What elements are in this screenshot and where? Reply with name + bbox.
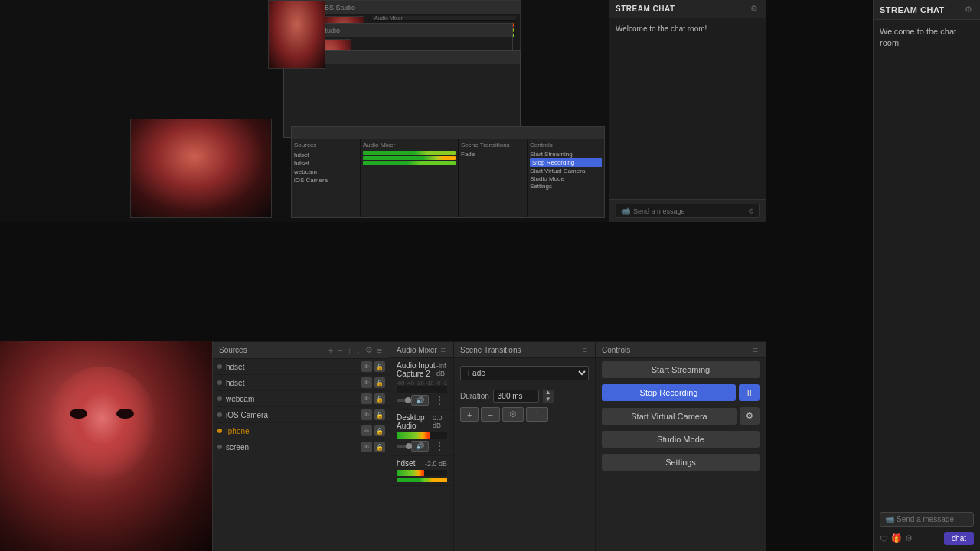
audio-controls-1: 🔊 ⋮ [397, 394, 447, 406]
audio-track-1-header: Audio Input Capture 2 -inf dB [397, 361, 447, 378]
mute-btn-1[interactable]: 🔊 [411, 395, 429, 406]
source-lock-1[interactable]: 🔒 [374, 361, 385, 372]
audio-controls-2: 🔊 ⋮ [397, 440, 447, 452]
virtual-camera-settings-btn[interactable]: ⚙ [740, 407, 760, 425]
source-eye-2[interactable]: 👁 [361, 377, 372, 388]
obs-titlebar-2: OBS Studio [299, 24, 512, 37]
audio-track-1: Audio Input Capture 2 -inf dB -60 -40 -2… [390, 358, 453, 410]
source-eye-4[interactable]: 👁 [361, 409, 372, 420]
send-message-input[interactable] [897, 515, 980, 523]
source-name-3: webcam [226, 395, 254, 403]
obs-mini-src-4: iOS Camera [294, 176, 358, 184]
vol-slider-2[interactable] [397, 445, 408, 448]
stream-chat-header-settings-btn[interactable]: ⚙ [963, 5, 974, 15]
source-lock-2[interactable]: 🔒 [374, 377, 385, 388]
scale-40: -40 [407, 380, 414, 386]
source-item-4[interactable]: iOS Camera 👁 🔒 [213, 407, 390, 423]
source-eye-6[interactable]: 👁 [361, 442, 372, 452]
meter-scale-1: -60 -40 -20 -10 -5 -1 [397, 380, 447, 386]
source-eye-1[interactable]: 👁 [361, 361, 372, 372]
stop-recording-btn[interactable]: Stop Recording [602, 384, 736, 401]
transition-menu-btn[interactable]: ⋮ [526, 407, 548, 422]
audio-track-2-name: Desktop Audio [397, 413, 433, 430]
stream-chat-welcome: Welcome to the chat room! [609, 18, 766, 39]
source-item-1[interactable]: hdset 👁 🔒 [213, 359, 390, 375]
settings-btn[interactable]: Settings [602, 454, 760, 471]
transition-remove-btn[interactable]: − [481, 407, 499, 422]
obs-mini-settings: Settings [530, 183, 602, 190]
source-item-2[interactable]: hdset 👁 🔒 [213, 375, 390, 391]
vol-thumb-2[interactable] [406, 443, 412, 449]
track-menu-1[interactable]: ⋮ [432, 394, 447, 406]
source-lock-3[interactable]: 🔒 [374, 393, 385, 404]
sources-column: Sources + − ↑ ↓ ⚙ ≡ h [213, 342, 390, 551]
transition-settings-btn[interactable]: ⚙ [502, 407, 524, 422]
mute-btn-2[interactable]: 🔊 [411, 441, 429, 452]
eye-left [70, 409, 87, 419]
audio-track-3: hdset -2.0 dB [390, 456, 453, 486]
audio-track-3-name: hdset [397, 459, 415, 468]
duration-label: Duration [460, 392, 489, 400]
scale-1: -1 [443, 380, 447, 386]
sources-add-btn[interactable]: + [327, 345, 335, 355]
fade-select[interactable]: Fade [460, 366, 589, 380]
sources-menu-btn[interactable]: ≡ [376, 345, 384, 355]
duration-input[interactable] [493, 390, 539, 403]
panel-columns: Sources + − ↑ ↓ ⚙ ≡ h [213, 342, 766, 551]
source-item-3[interactable]: webcam 👁 🔒 [213, 391, 390, 407]
vol-slider-1[interactable] [397, 399, 408, 402]
obs-titlebar-1: OBS Studio [315, 1, 520, 15]
source-lock-4[interactable]: 🔒 [374, 409, 385, 420]
chat-button[interactable]: chat [944, 532, 974, 545]
transition-add-btn[interactable]: + [460, 407, 479, 422]
cascade-area: OBS Studio Audio Mixer OBS Studio [0, 0, 612, 222]
source-eye-3[interactable]: 👁 [361, 393, 372, 404]
meter-fill-3b [397, 478, 447, 482]
sources-up-btn[interactable]: ↑ [346, 345, 354, 355]
sources-remove-btn[interactable]: − [336, 345, 344, 355]
chat-gift-icon[interactable]: 🎁 [891, 533, 902, 543]
chat-input-mini-field[interactable] [633, 207, 748, 215]
source-item-6[interactable]: screen 👁 🔒 [213, 439, 390, 455]
source-dot-1 [217, 364, 222, 369]
chat-shield-icon[interactable]: 🛡 [880, 534, 888, 543]
studio-mode-btn[interactable]: Studio Mode [602, 431, 760, 448]
source-item-5[interactable]: Iphone ✏ 🔒 [213, 423, 390, 439]
source-dot-5 [217, 429, 222, 433]
duration-up-btn[interactable]: ▲ [543, 390, 554, 396]
scene-transitions-menu-btn[interactable]: ≡ [581, 345, 589, 354]
audio-track-2-header: Desktop Audio 0.0 dB [397, 413, 447, 430]
source-lock-5[interactable]: 🔒 [374, 425, 385, 436]
scene-transitions-header: Scene Transitions ≡ [454, 342, 595, 358]
sources-settings-btn[interactable]: ⚙ [364, 345, 374, 355]
scale-5: -5 [436, 380, 440, 386]
audio-mixer-column: Audio Mixer ≡ Audio Input Capture 2 -inf… [390, 342, 454, 551]
stream-chat-settings-btn[interactable]: ⚙ [749, 4, 760, 14]
pause-recording-btn[interactable]: ⏸ [739, 384, 760, 401]
scale-20: -20 [416, 380, 423, 386]
controls-menu-btn[interactable]: ≡ [752, 345, 760, 354]
chat-gear-icon[interactable]: ⚙ [905, 533, 913, 543]
start-streaming-btn[interactable]: Start Streaming [602, 361, 760, 378]
audio-mixer-header: Audio Mixer ≡ [390, 342, 453, 358]
source-edit-5[interactable]: ✏ [361, 425, 372, 436]
chat-messages-area: Welcome to the chat room! [874, 20, 980, 507]
face-large-bottom [0, 341, 213, 551]
duration-down-btn[interactable]: ▼ [543, 396, 554, 403]
obs-mini-mixer-label: Audio Mixer [363, 142, 456, 148]
audio-track-3-db: -2.0 dB [425, 460, 447, 468]
audio-mixer-menu-btn[interactable]: ≡ [439, 345, 447, 354]
start-virtual-camera-btn[interactable]: Start Virtual Camera [602, 408, 737, 425]
chat-welcome-msg: Welcome to the chat room! [880, 26, 974, 50]
source-lock-6[interactable]: 🔒 [374, 442, 385, 452]
sources-down-btn[interactable]: ↓ [354, 345, 362, 355]
chat-video-icon: 📹 [885, 515, 894, 523]
obs-mini-src-3: webcam [294, 168, 358, 176]
scale-60: -60 [397, 380, 404, 386]
obs-mini-trans-label: Scene Transitions [461, 142, 524, 148]
obs-mini-bar-1 [363, 151, 456, 155]
track-menu-2[interactable]: ⋮ [432, 440, 447, 452]
obs-mini-start-streaming: Start Streaming [530, 151, 602, 158]
sources-header: Sources + − ↑ ↓ ⚙ ≡ [213, 342, 390, 359]
source-icons-5: ✏ 🔒 [361, 425, 385, 436]
